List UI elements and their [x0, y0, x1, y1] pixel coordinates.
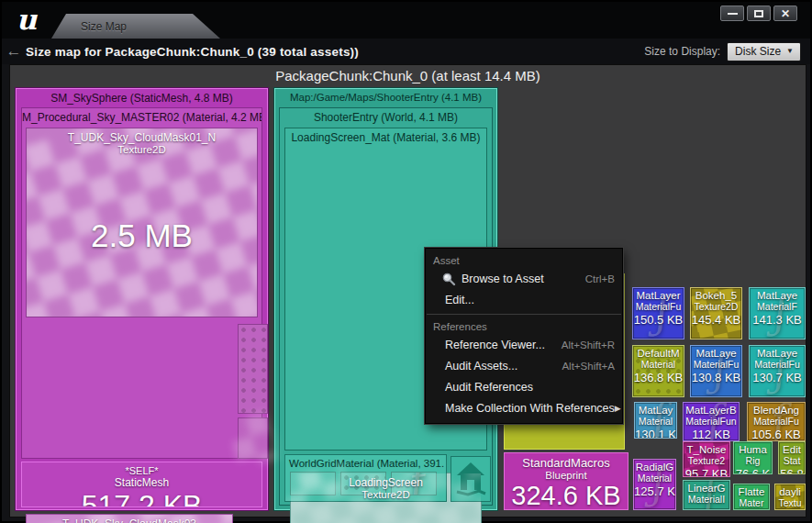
menu-item-make-collection[interactable]: Make Collection With References ▶: [426, 397, 622, 418]
minimize-button[interactable]: [720, 6, 744, 21]
block-header: WorldGridMaterial (Material, 391.: [285, 455, 446, 469]
menu-item-reference-viewer[interactable]: Reference Viewer... Alt+Shift+R: [426, 334, 622, 355]
menu-section-asset: Asset: [426, 252, 622, 268]
asset-name: T_UDK_Sky_CloudMask03: [62, 517, 196, 523]
maximize-button[interactable]: [747, 6, 771, 21]
menu-item-audit-assets[interactable]: Audit Assets... Alt+Shift+A: [426, 355, 622, 376]
block-standardmacros[interactable]: StandardMacros Blueprint 324.6 KB: [504, 452, 628, 510]
menu-item-audit-references[interactable]: Audit References: [426, 376, 622, 397]
texture-thumb[interactable]: [238, 324, 268, 414]
unreal-logo-icon: u: [13, 2, 40, 37]
block-matlayerb[interactable]: MatLayerB MaterialFun 112 KB: [683, 402, 740, 441]
menu-separator: [427, 314, 621, 315]
treemap-canvas: PackageChunk:Chunk_0 (at least 14.4 MB) …: [9, 64, 806, 517]
submenu-arrow-icon: ▶: [615, 404, 621, 413]
context-menu: Asset Browse to Asset Ctrl+B Edit... Ref…: [425, 248, 623, 424]
asset-size: 517.2 KB: [22, 489, 261, 507]
block-radialgradient[interactable]: RadialG Material 125.7 K: [633, 459, 676, 510]
tab-size-map[interactable]: Size Map: [51, 14, 220, 39]
maximize-icon: [754, 10, 763, 17]
block-header: Map:/Game/Maps/ShooterEntry (4.1 MB): [275, 89, 496, 103]
size-to-display-label: Size to Display:: [644, 45, 720, 58]
dropdown-value: Disk Size: [735, 45, 781, 58]
block-cloudmask01[interactable]: T_UDK_Sky_CloudMask01_N Texture2D 2.5 MB: [26, 128, 258, 317]
window-controls: ✕: [720, 6, 797, 21]
block-blendangle[interactable]: BlendAng MaterialFu 105.6 KB: [747, 402, 806, 441]
block-cloudmask03[interactable]: T_UDK_Sky_CloudMask03 Texture2D 1.5 MB: [26, 514, 233, 523]
asset-type: StaticMesh: [115, 476, 169, 489]
page-title: Size map for PackageChunk:Chunk_0 (39 to…: [26, 45, 359, 59]
block-tnoise[interactable]: T_Noise Texture2 95.7 KB: [683, 441, 730, 477]
asset-size: 324.6 KB: [505, 481, 628, 510]
treemap-title: PackageChunk:Chunk_0 (at least 14.4 MB): [10, 68, 806, 83]
asset-size: 3.5 MB: [291, 500, 481, 523]
menu-section-references: References: [426, 318, 622, 334]
close-button[interactable]: ✕: [773, 6, 797, 21]
asset-type: Texture2D: [362, 489, 409, 500]
size-map-window: u Size Map × ✕ ← Size map for PackageChu…: [0, 0, 812, 523]
block-matlaye-3[interactable]: MatLaye MaterialFu 130.7 KB: [749, 345, 806, 397]
search-icon: [441, 272, 462, 286]
tab-label: Size Map: [81, 20, 127, 33]
block-humanoidrig[interactable]: Huma Rig 76.6 K: [733, 441, 773, 474]
block-header: LoadingScreen_Mat (Material, 3.6 MB): [285, 128, 486, 144]
toolbar: ← Size map for PackageChunk:Chunk_0 (39 …: [2, 39, 810, 64]
block-lineargradient[interactable]: LinearG MaterialI: [683, 480, 730, 510]
block-flatten[interactable]: Flatte Mater: [733, 484, 770, 510]
block-editorstat[interactable]: Edit Stat 56.8: [778, 441, 806, 474]
asset-size: 2.5 MB: [27, 155, 257, 317]
close-icon: ✕: [781, 8, 790, 19]
texture-thumb: [290, 472, 336, 495]
block-matlaye-1[interactable]: MatLaye MaterialF 141.3 KB: [749, 287, 806, 339]
asset-name: LoadingScreen: [349, 476, 423, 489]
block-header: M_Procedural_Sky_MASTER02 (Material, 4.2…: [22, 108, 261, 124]
texture-thumb[interactable]: [238, 417, 268, 459]
block-matlaye-2[interactable]: MatLaye MaterialFu 130.8 KB: [690, 345, 742, 397]
menu-item-browse-to-asset[interactable]: Browse to Asset Ctrl+B: [426, 268, 622, 289]
block-self-staticmesh[interactable]: *SELF* StaticMesh 517.2 KB: [21, 462, 262, 507]
minimize-icon: [728, 13, 738, 15]
asset-type: Blueprint: [545, 470, 586, 481]
chevron-down-icon: ▼: [786, 47, 794, 55]
block-header: SM_SkySphere (StaticMesh, 4.8 MB): [17, 89, 267, 105]
block-bokeh[interactable]: Bokeh_5 Texture2D 145.4 KB: [690, 287, 742, 339]
block-matlay[interactable]: MatLay Material 130.1 K: [634, 402, 677, 439]
asset-name: *SELF*: [125, 465, 158, 476]
asset-type: Texture2D: [117, 144, 165, 155]
block-header: ShooterEntry (World, 4.1 MB): [280, 108, 492, 124]
menu-item-edit[interactable]: Edit...: [426, 289, 622, 310]
size-to-display-dropdown[interactable]: Disk Size ▼: [727, 42, 801, 61]
asset-name: StandardMacros: [522, 456, 609, 470]
asset-name: T_UDK_Sky_CloudMask01_N: [68, 131, 216, 144]
title-bar: u Size Map × ✕: [2, 2, 810, 39]
back-button[interactable]: ←: [2, 42, 26, 61]
block-defaultmaterial[interactable]: DefaultM Material 136.8 KB: [632, 345, 684, 397]
block-daylight[interactable]: dayli Textu: [774, 484, 806, 510]
block-matlayer[interactable]: MatLayer MaterialFu 150.5 KB: [632, 287, 684, 339]
